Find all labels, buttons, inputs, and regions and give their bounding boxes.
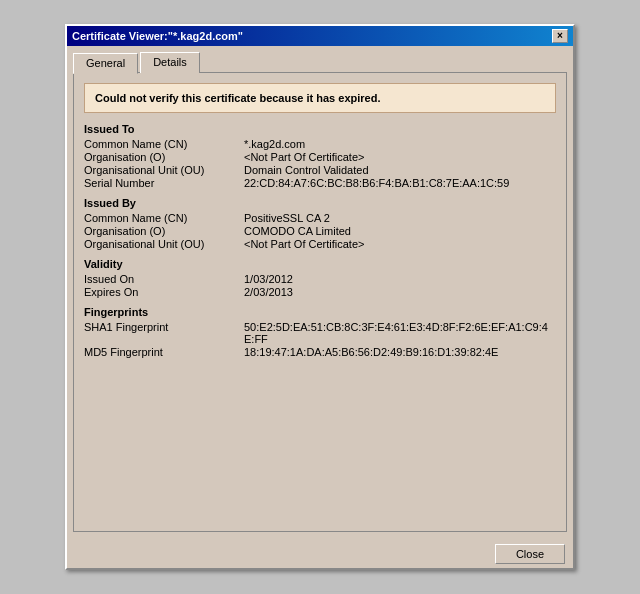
issued-by-title: Issued By <box>84 197 556 209</box>
fingerprints-section: Fingerprints SHA1 Fingerprint 50:E2:5D:E… <box>84 306 556 358</box>
issued-by-section: Issued By Common Name (CN) PositiveSSL C… <box>84 197 556 250</box>
field-row: Organisational Unit (OU) <Not Part Of Ce… <box>84 238 556 250</box>
ou-label: Organisational Unit (OU) <box>84 164 244 176</box>
by-org-value: COMODO CA Limited <box>244 225 556 237</box>
certificate-panel: Could not verify this certificate becaus… <box>73 72 567 532</box>
md5-label: MD5 Fingerprint <box>84 346 244 358</box>
validity-title: Validity <box>84 258 556 270</box>
title-bar-controls: × <box>552 29 568 43</box>
sha1-value: 50:E2:5D:EA:51:CB:8C:3F:E4:61:E3:4D:8F:F… <box>244 321 556 345</box>
field-row: Organisational Unit (OU) Domain Control … <box>84 164 556 176</box>
tab-general[interactable]: General <box>73 53 138 74</box>
field-row: Expires On 2/03/2013 <box>84 286 556 298</box>
field-row: MD5 Fingerprint 18:19:47:1A:DA:A5:B6:56:… <box>84 346 556 358</box>
close-button[interactable]: Close <box>495 544 565 564</box>
serial-label: Serial Number <box>84 177 244 189</box>
field-row: Issued On 1/03/2012 <box>84 273 556 285</box>
issued-on-value: 1/03/2012 <box>244 273 556 285</box>
org-label: Organisation (O) <box>84 151 244 163</box>
title-bar: Certificate Viewer:"*.kag2d.com" × <box>67 26 573 46</box>
by-ou-label: Organisational Unit (OU) <box>84 238 244 250</box>
ou-value: Domain Control Validated <box>244 164 556 176</box>
field-row: Organisation (O) <Not Part Of Certificat… <box>84 151 556 163</box>
issued-to-section: Issued To Common Name (CN) *.kag2d.com O… <box>84 123 556 189</box>
sha1-label: SHA1 Fingerprint <box>84 321 244 345</box>
fingerprints-title: Fingerprints <box>84 306 556 318</box>
by-org-label: Organisation (O) <box>84 225 244 237</box>
window-content: General Details Could not verify this ce… <box>67 46 573 538</box>
issued-on-label: Issued On <box>84 273 244 285</box>
by-cn-value: PositiveSSL CA 2 <box>244 212 556 224</box>
field-row: Serial Number 22:CD:84:A7:6C:BC:B8:B6:F4… <box>84 177 556 189</box>
expires-on-label: Expires On <box>84 286 244 298</box>
window-title: Certificate Viewer:"*.kag2d.com" <box>72 30 552 42</box>
validity-section: Validity Issued On 1/03/2012 Expires On … <box>84 258 556 298</box>
cn-label: Common Name (CN) <box>84 138 244 150</box>
field-row: SHA1 Fingerprint 50:E2:5D:EA:51:CB:8C:3F… <box>84 321 556 345</box>
cn-value: *.kag2d.com <box>244 138 556 150</box>
field-row: Organisation (O) COMODO CA Limited <box>84 225 556 237</box>
tab-details[interactable]: Details <box>140 52 200 73</box>
by-cn-label: Common Name (CN) <box>84 212 244 224</box>
field-row: Common Name (CN) PositiveSSL CA 2 <box>84 212 556 224</box>
org-value: <Not Part Of Certificate> <box>244 151 556 163</box>
close-window-button[interactable]: × <box>552 29 568 43</box>
warning-box: Could not verify this certificate becaus… <box>84 83 556 113</box>
tab-bar: General Details <box>73 52 567 73</box>
by-ou-value: <Not Part Of Certificate> <box>244 238 556 250</box>
field-row: Common Name (CN) *.kag2d.com <box>84 138 556 150</box>
md5-value: 18:19:47:1A:DA:A5:B6:56:D2:49:B9:16:D1:3… <box>244 346 556 358</box>
serial-value: 22:CD:84:A7:6C:BC:B8:B6:F4:BA:B1:C8:7E:A… <box>244 177 556 189</box>
issued-to-title: Issued To <box>84 123 556 135</box>
expires-on-value: 2/03/2013 <box>244 286 556 298</box>
warning-text: Could not verify this certificate becaus… <box>95 92 380 104</box>
certificate-viewer-window: Certificate Viewer:"*.kag2d.com" × Gener… <box>65 24 575 570</box>
footer: Close <box>67 538 573 568</box>
